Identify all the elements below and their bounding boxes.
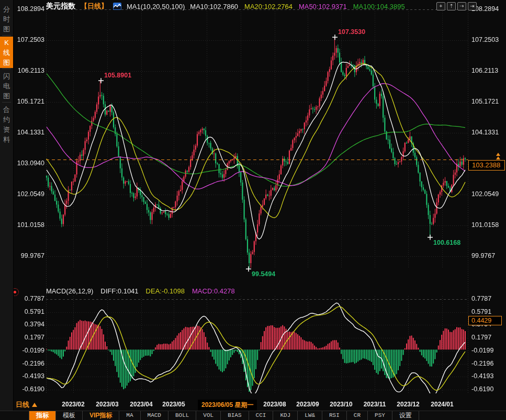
- sidebar-tab-2[interactable]: K 线 图: [0, 37, 13, 68]
- macd-axis-label-left: 0.5791: [15, 308, 44, 315]
- indicator-tab-PSY[interactable]: PSY: [368, 411, 392, 420]
- macd-current-value-tag: 0.4429: [468, 316, 502, 325]
- macd-formula: MACD(26,12,9): [46, 287, 93, 295]
- ma-config-label: MA1(10,20,50,100): [127, 3, 185, 10]
- price-axis-label-left: 106.2113: [15, 67, 44, 74]
- indicator-tab-MA[interactable]: MA: [119, 411, 140, 420]
- ma-value-1: MA10:102.7860: [190, 3, 238, 10]
- indicator-tab-RSI[interactable]: RSI: [322, 411, 347, 420]
- chart-header: 美元指数 【日线】 MA1(10,20,50,100) MA10:102.786…: [46, 2, 405, 11]
- extreme-label: 100.6168: [433, 239, 460, 246]
- indicator-tab-KDJ[interactable]: KDJ: [273, 411, 298, 420]
- sidebar: 分 时 图K 线 图闪 电 图合 约 资 料: [0, 0, 14, 420]
- x-axis-label: 2023/02: [55, 401, 91, 408]
- ma-values: MA10:102.7860MA20:102.2764MA50:102.9371M…: [190, 3, 404, 10]
- x-axis-label: 2023/04: [123, 401, 159, 408]
- price-axis-label-left: 103.0940: [15, 160, 44, 167]
- chart-window-icons: +⇡⇢⇥: [436, 2, 477, 10]
- axis-zoom-in-icon[interactable]: ⇡: [447, 2, 456, 10]
- price-axis-label-left: 99.9767: [15, 252, 44, 259]
- indicator-tab-BOLL[interactable]: BOLL: [168, 411, 196, 420]
- x-axis-label: 2024/01: [424, 401, 460, 408]
- x-axis-label: 2023/10: [323, 401, 359, 408]
- current-price-value: 103.2388: [472, 161, 500, 169]
- indicator-tab-模板[interactable]: 模板: [56, 411, 83, 420]
- crosshair-date-label: 2023/06/05 星期一: [198, 400, 257, 411]
- indicator-tab-设置[interactable]: 设置: [392, 411, 419, 420]
- macd-macd-value: MACD:0.4278: [192, 287, 235, 295]
- price-axis-label-right: 107.2503: [471, 36, 505, 43]
- price-axis-label-left: 104.1331: [15, 129, 44, 136]
- indicator-tab-CR[interactable]: CR: [347, 411, 368, 420]
- price-axis-label-right: 104.1331: [471, 129, 505, 136]
- indicator-tab-VIP指标[interactable]: VIP指标: [83, 411, 119, 420]
- macd-dea-value: DEA:-0.1098: [146, 287, 185, 295]
- price-axis-label-right: 106.2113: [471, 67, 505, 74]
- indicator-tab-VOL[interactable]: VOL: [196, 411, 221, 420]
- macd-axis-label-left: -0.0199: [15, 347, 44, 354]
- crosshair-icon[interactable]: +: [436, 2, 445, 10]
- price-axis-label-left: 108.2894: [15, 5, 44, 13]
- macd-axis-label-left: -0.6190: [15, 385, 44, 393]
- price-axis-label-left: 105.1721: [15, 98, 44, 105]
- macd-axis-label-left: 0.7787: [15, 295, 44, 302]
- macd-axis-label-right: 0.5791: [471, 308, 505, 315]
- sidebar-divider: [2, 102, 11, 103]
- x-axis-label: 2023/03: [89, 401, 125, 408]
- x-axis-label: 2023/08: [257, 401, 293, 408]
- price-axis-label-right: 99.9767: [471, 252, 505, 259]
- x-axis-label: 2023/12: [390, 401, 426, 408]
- indicator-tab-BIAS[interactable]: BIAS: [221, 411, 249, 420]
- up-arrows-icon: [496, 153, 500, 160]
- period-tag: 【日线】: [81, 2, 108, 11]
- period-selector[interactable]: 日线: [16, 400, 37, 410]
- price-axis-label-right: 105.1721: [471, 98, 505, 105]
- macd-axis-label-left: 0.1797: [15, 334, 44, 341]
- indicator-tab-MACD[interactable]: MACD: [141, 411, 168, 420]
- macd-axis-label-right: -0.4193: [471, 372, 505, 380]
- sidebar-tab-1[interactable]: 分 时 图: [0, 3, 13, 35]
- triangle-up-icon: [32, 403, 37, 407]
- current-price-tag: 103.2388: [468, 160, 505, 171]
- ma-value-4: MA100:104.3895: [353, 3, 405, 10]
- x-axis-label: 2023/11: [357, 401, 392, 408]
- period-label: 日线: [16, 400, 29, 410]
- macd-axis-label-right: 0.1797: [471, 334, 505, 341]
- macd-axis-label-right: -0.2196: [471, 360, 505, 367]
- pan-right-icon[interactable]: ⇥: [468, 2, 477, 10]
- extreme-label: 105.8901: [104, 72, 131, 79]
- ma-value-2: MA20:102.2764: [244, 3, 293, 10]
- sidebar-tab-4[interactable]: 合 约 资 料: [0, 104, 13, 145]
- extreme-label: 99.5494: [252, 270, 275, 278]
- macd-axis-label-right: -0.0199: [471, 347, 505, 354]
- price-axis-label-left: 107.2503: [15, 36, 44, 43]
- indicator-tab-LW&[interactable]: LW&: [298, 411, 322, 420]
- macd-diff-value: DIFF:0.1041: [100, 287, 138, 295]
- sidebar-tab-3[interactable]: 闪 电 图: [0, 70, 13, 101]
- price-axis-label-left: 101.0158: [15, 221, 44, 229]
- indicator-tab-bar: 指标模板VIP指标MAMACDBOLLVOLBIASCCIKDJLW&RSICR…: [0, 411, 506, 420]
- macd-axis-label-right: -0.6190: [471, 385, 505, 393]
- macd-axis-label-left: -0.4193: [15, 372, 44, 380]
- extreme-label: 107.3530: [338, 28, 365, 36]
- x-axis-label: 2023/09: [290, 401, 325, 408]
- price-axis-label-left: 102.0549: [15, 190, 44, 198]
- indicator-tab-CCI[interactable]: CCI: [249, 411, 274, 420]
- x-axis-label: 2023/05: [156, 401, 192, 408]
- macd-axis-label-left: -0.2196: [15, 360, 44, 367]
- sidebar-divider: [2, 69, 11, 69]
- macd-axis-label-right: 0.7787: [471, 295, 505, 302]
- price-axis-label-right: 102.0549: [471, 190, 505, 198]
- axis-zoom-out-icon[interactable]: ⇢: [457, 2, 466, 10]
- app-root: 分 时 图K 线 图闪 电 图合 约 资 料 美元指数 【日线】 MA1(10,…: [0, 0, 506, 420]
- ma-value-3: MA50:102.9371: [299, 3, 347, 10]
- symbol-title: 美元指数: [46, 2, 75, 11]
- sidebar-divider: [2, 35, 11, 36]
- indicator-tab-指标[interactable]: 指标: [29, 411, 56, 420]
- line-chart-icon: [113, 3, 121, 10]
- price-axis-label-right: 101.0158: [471, 221, 505, 229]
- price-chart-canvas[interactable]: [0, 0, 506, 420]
- macd-header: MACD(26,12,9) DIFF:0.1041 DEA:-0.1098 MA…: [46, 287, 235, 295]
- macd-axis-label-left: 0.3794: [15, 321, 44, 328]
